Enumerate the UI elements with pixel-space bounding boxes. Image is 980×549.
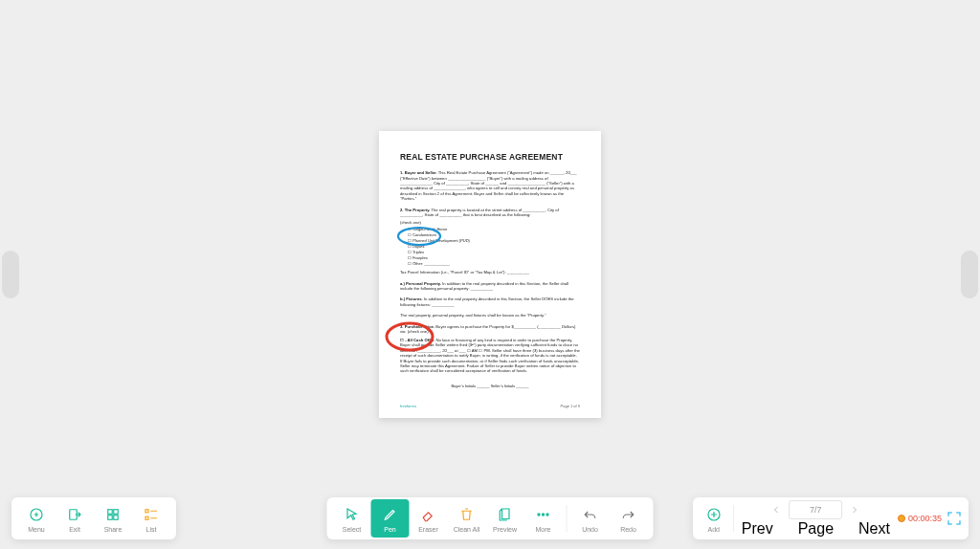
left-edge-handle[interactable] [2, 251, 19, 298]
prev-page-button[interactable] [768, 501, 785, 518]
exit-button[interactable]: Exit [56, 499, 94, 538]
svg-rect-4 [108, 509, 113, 514]
menu-button[interactable]: Menu [17, 499, 56, 538]
toolbar-separator [567, 505, 568, 532]
svg-rect-6 [108, 515, 113, 519]
eraser-button[interactable]: Eraser [410, 499, 448, 538]
section-2b: b.) Fixtures. In addition to the real pr… [400, 296, 580, 307]
list-button[interactable]: List [132, 499, 170, 538]
canvas-area[interactable]: REAL ESTATE PURCHASE AGREEMENT 1. Buyer … [0, 0, 980, 549]
share-button[interactable]: Share [94, 499, 132, 538]
initials-line: Buyer's Initials ______ Seller's Initial… [400, 384, 580, 388]
doc-title: REAL ESTATE PURCHASE AGREEMENT [400, 152, 580, 163]
doc-footer: freeforms Page 1 of 9 [400, 404, 580, 408]
svg-rect-7 [114, 515, 119, 519]
section-2a: a.) Personal Property. In addition to th… [400, 281, 580, 292]
pen-icon [381, 505, 400, 524]
add-page-button[interactable]: Add [699, 499, 729, 538]
more-icon [534, 505, 553, 524]
svg-point-10 [538, 513, 540, 515]
recording-timer[interactable]: 00:00:35 [898, 514, 942, 523]
document-page: REAL ESTATE PURCHASE AGREEMENT 1. Buyer … [379, 131, 601, 418]
plus-circle-icon [704, 505, 724, 524]
section-2: 2. The Property. The real property is lo… [400, 208, 580, 275]
menu-icon [27, 505, 46, 524]
preview-button[interactable]: Preview [486, 499, 524, 538]
left-toolbar: Menu Exit Share List [11, 497, 176, 539]
property-types-list: Single-Family Home Condominium Planned U… [408, 227, 580, 267]
redo-button[interactable]: Redo [610, 499, 648, 538]
svg-point-11 [542, 513, 544, 515]
cursor-icon [343, 505, 362, 524]
page-display[interactable]: 7/7 [789, 500, 842, 519]
undo-button[interactable]: Undo [571, 499, 610, 538]
property-line: The real property, personal property, an… [400, 313, 580, 318]
fullscreen-button[interactable] [946, 510, 963, 527]
share-icon [103, 505, 122, 524]
record-dot-icon [898, 515, 905, 522]
svg-rect-9 [145, 516, 148, 519]
toolbar-separator [733, 505, 734, 532]
undo-icon [581, 505, 600, 524]
right-toolbar: Add 7/7 Prev Page Next 00:00:35 [693, 497, 969, 539]
next-page-button[interactable] [846, 501, 863, 518]
section-1: 1. Buyer and Seller. This Real Estate Pu… [400, 170, 580, 202]
preview-icon [496, 505, 515, 524]
svg-rect-8 [145, 509, 148, 512]
list-icon [142, 505, 161, 524]
exit-icon [65, 505, 84, 524]
more-button[interactable]: More [524, 499, 563, 538]
svg-point-12 [546, 513, 548, 515]
svg-rect-5 [114, 509, 119, 514]
center-toolbar: Select Pen Eraser Clean All Preview More… [327, 497, 654, 539]
pen-button[interactable]: Pen [371, 499, 410, 538]
section-3: 3. Purchase Price. Buyer agrees to purch… [400, 324, 580, 374]
select-button[interactable]: Select [333, 499, 371, 538]
redo-icon [619, 505, 638, 524]
clean-all-button[interactable]: Clean All [448, 499, 486, 538]
page-navigator: 7/7 [768, 500, 863, 519]
trash-icon [457, 505, 477, 524]
right-edge-handle[interactable] [961, 251, 978, 298]
eraser-icon [419, 505, 438, 524]
